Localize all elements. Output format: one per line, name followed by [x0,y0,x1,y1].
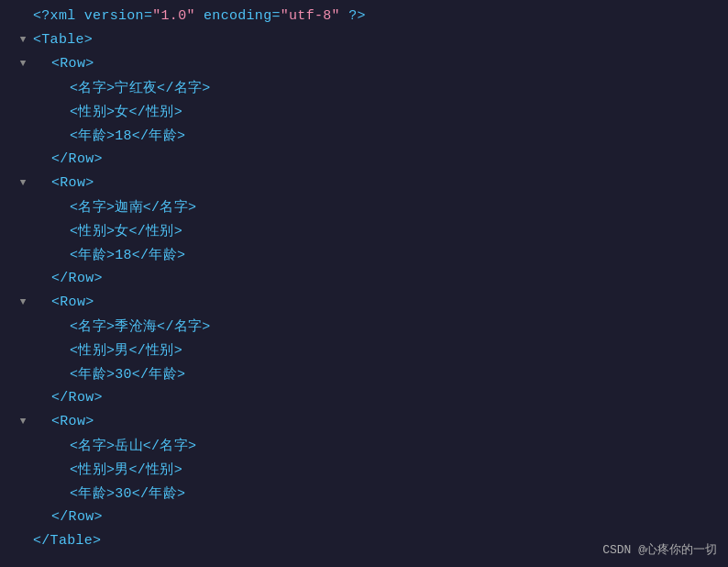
code-5: <性别>女</性别> [29,103,182,120]
line-20: <性别>男</性别> [0,457,728,481]
code-14: <名字>季沧海</名字> [29,317,211,335]
line-21: <年龄>30</年龄> [0,481,728,505]
xml-editor: <?xml version="1.0" encoding="utf-8" ?> … [0,0,728,567]
line-1: <?xml version="1.0" encoding="utf-8" ?> [0,4,728,28]
code-6: <年龄>18</年龄> [29,127,185,144]
code-8: <Row> [29,175,94,191]
line-10: <性别>女</性别> [0,218,728,242]
code-2: <Table> [29,32,93,48]
code-12: </Row> [29,271,103,286]
fold-btn-2[interactable]: ▼ [17,34,29,45]
line-5: <性别>女</性别> [0,99,728,123]
code-18: <Row> [29,414,94,429]
fold-btn-3[interactable]: ▼ [17,58,29,69]
fold-btn-18[interactable]: ▼ [17,416,29,427]
code-22: </Row> [29,509,103,525]
line-11: <年龄>18</年龄> [0,242,728,266]
line-18: ▼ <Row> [0,409,728,433]
line-22: </Row> [0,505,728,528]
code-3: <Row> [29,56,94,72]
line-8: ▼ <Row> [0,171,728,195]
fold-btn-13[interactable]: ▼ [17,296,29,307]
code-19: <名字>岳山</名字> [29,437,196,454]
line-17: </Row> [0,385,728,409]
line-2: ▼ <Table> [0,28,728,51]
line-9: <名字>迦南</名字> [0,195,728,218]
code-10: <性别>女</性别> [29,222,182,239]
line-19: <名字>岳山</名字> [0,433,728,457]
code-23: </Table> [29,533,101,549]
code-4: <名字>宁红夜</名字> [29,79,211,96]
code-20: <性别>男</性别> [29,461,182,478]
code-9: <名字>迦南</名字> [29,198,196,216]
line-16: <年龄>30</年龄> [0,361,728,385]
code-13: <Row> [29,295,94,310]
line-3: ▼ <Row> [0,51,728,75]
fold-btn-8[interactable]: ▼ [17,177,29,188]
code-17: </Row> [29,390,103,406]
line-15: <性别>男</性别> [0,338,728,361]
watermark: CSDN @心疼你的一切 [602,541,717,558]
line-13: ▼ <Row> [0,290,728,314]
line-7: </Row> [0,147,728,171]
code-7: </Row> [29,151,103,167]
code-21: <年龄>30</年龄> [29,484,185,502]
line-14: <名字>季沧海</名字> [0,314,728,338]
code-15: <性别>男</性别> [29,341,182,359]
code-16: <年龄>30</年龄> [29,365,185,383]
code-11: <年龄>18</年龄> [29,246,185,263]
code-1: <?xml version="1.0" encoding="utf-8" ?> [29,8,366,24]
line-4: <名字>宁红夜</名字> [0,75,728,99]
line-12: </Row> [0,266,728,290]
line-6: <年龄>18</年龄> [0,123,728,147]
